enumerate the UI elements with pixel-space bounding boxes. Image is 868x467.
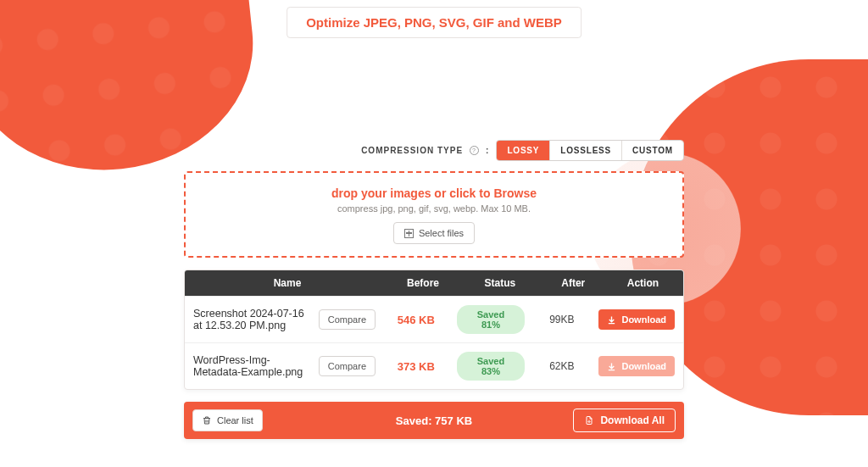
download-label: Download [621, 361, 666, 371]
dropzone-headline: drop your images or click to Browse [194, 186, 674, 200]
main-panel: COMPRESSION TYPE ? : LOSSY LOSSLESS CUST… [184, 140, 684, 439]
col-header-status: Status [456, 270, 544, 296]
colon-separator: : [486, 146, 489, 155]
compression-option-lossless[interactable]: LOSSLESS [549, 141, 621, 160]
download-icon [607, 315, 616, 325]
compare-button[interactable]: Compare [319, 309, 376, 330]
compression-segmented-control: LOSSY LOSSLESS CUSTOM [496, 140, 684, 161]
help-icon[interactable]: ? [470, 146, 479, 155]
compression-type-label: COMPRESSION TYPE [361, 146, 463, 155]
download-icon [607, 362, 616, 371]
before-size: 546 KB [398, 314, 435, 326]
download-file-icon [584, 415, 594, 425]
trash-icon [202, 415, 212, 425]
before-size: 373 KB [398, 360, 435, 373]
download-button[interactable]: Download [598, 309, 675, 330]
download-button[interactable]: Download [598, 356, 675, 376]
status-badge: Saved 81% [457, 305, 526, 334]
results-table: Name Before Status After Action Screensh… [184, 270, 684, 390]
dropzone[interactable]: drop your images or click to Browse comp… [184, 171, 684, 258]
file-name: WordPress-Img-Metadata-Example.png [193, 354, 312, 378]
col-header-after: After [544, 270, 603, 296]
col-header-name: Name [185, 270, 390, 296]
add-file-icon [404, 229, 414, 238]
select-files-label: Select files [419, 228, 464, 238]
page-tagline: Optimize JPEG, PNG, SVG, GIF and WEBP [287, 7, 581, 38]
table-header-row: Name Before Status After Action [185, 270, 683, 296]
select-files-button[interactable]: Select files [393, 222, 475, 244]
footer-bar: Clear list Saved: 757 KB Download All [184, 402, 684, 439]
download-all-button[interactable]: Download All [573, 409, 676, 432]
compression-option-custom[interactable]: CUSTOM [621, 141, 683, 160]
status-badge: Saved 83% [457, 352, 526, 381]
clear-list-label: Clear list [217, 415, 253, 425]
compare-button[interactable]: Compare [319, 356, 376, 376]
after-size: 62KB [549, 360, 574, 372]
clear-list-button[interactable]: Clear list [192, 409, 263, 431]
total-saved-text: Saved: 757 KB [396, 414, 472, 427]
download-label: Download [621, 314, 666, 325]
compression-option-lossy[interactable]: LOSSY [497, 141, 549, 160]
col-header-before: Before [390, 270, 456, 296]
table-row: Screenshot 2024-07-16 at 12.53.20 PM.png… [185, 296, 683, 342]
download-all-label: Download All [600, 414, 665, 426]
after-size: 99KB [549, 314, 574, 325]
compression-type-row: COMPRESSION TYPE ? : LOSSY LOSSLESS CUST… [184, 140, 684, 161]
col-header-action: Action [603, 270, 683, 296]
dropzone-subtext: compress jpg, png, gif, svg, webp. Max 1… [194, 203, 674, 214]
file-name: Screenshot 2024-07-16 at 12.53.20 PM.png [193, 308, 312, 331]
table-row: WordPress-Img-Metadata-Example.png Compa… [185, 342, 683, 389]
